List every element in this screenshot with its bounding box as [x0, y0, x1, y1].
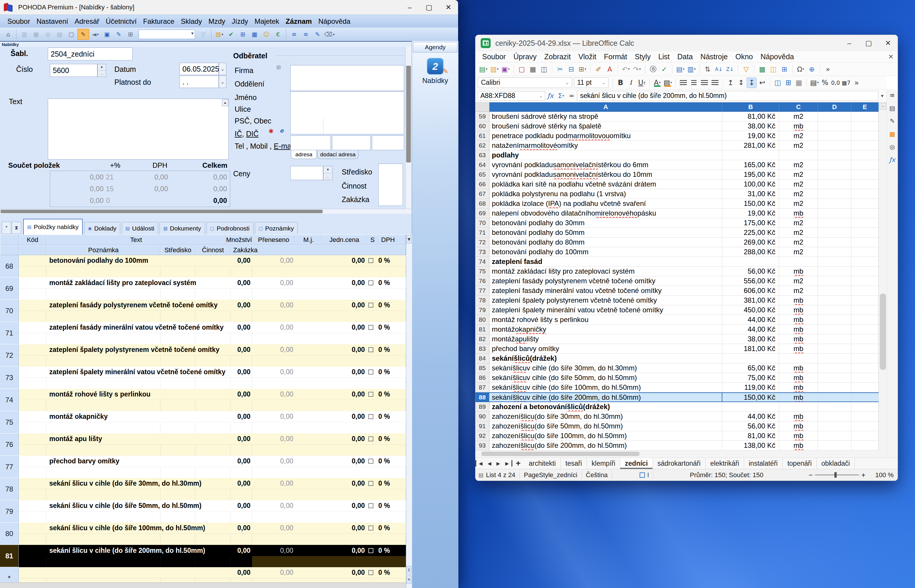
cell-b[interactable]: 450,00 Kč	[722, 305, 779, 315]
styles-deck-icon[interactable]: ✎	[890, 118, 895, 124]
minimize-icon[interactable]: –	[400, 0, 420, 15]
sort-icon[interactable]: ⇅	[702, 64, 713, 74]
cell-d[interactable]	[818, 296, 851, 305]
cell-e[interactable]	[851, 363, 879, 373]
dropdown-caret-icon[interactable]: ▾	[817, 81, 819, 84]
tab-dokumenty[interactable]: ▧Dokumenty	[160, 222, 205, 234]
cell-d[interactable]	[818, 334, 851, 344]
print-preview-icon[interactable]: ◎	[42, 29, 53, 40]
sheet-row[interactable]: 75montáž zakládací lišty pro zateplovací…	[475, 267, 879, 276]
autofilter-icon[interactable]: ▽	[741, 64, 751, 74]
cell-a[interactable]: natažení marmolitové omítky	[489, 141, 722, 150]
table-row[interactable]: 79sekání šlicu v cihle (do šíře 50mm, do…	[0, 500, 406, 523]
center-vertically-icon[interactable]: ↕	[736, 78, 746, 88]
sheet-tab-elektrik-i[interactable]: elektrikáři	[705, 458, 744, 469]
cell-a[interactable]: zahození šlicu (do šíře 50mm, do hl.50mm…	[489, 422, 722, 431]
align-center-icon[interactable]	[689, 78, 699, 88]
sheet-row[interactable]: 91zahození šlicu (do šíře 50mm, do hl.50…	[475, 422, 879, 431]
menu-item-adres[interactable]: Adresář	[71, 17, 102, 26]
cell-b[interactable]: 181,00 Kč	[722, 344, 779, 354]
grid-header-pozn-mka[interactable]: Poznámka	[46, 245, 160, 255]
menu-item-soubor[interactable]: Soubor	[4, 17, 33, 26]
spelling-icon[interactable]: ✓	[659, 64, 670, 74]
cell-c[interactable]: m2	[779, 228, 818, 237]
row-header[interactable]: 85	[475, 363, 489, 373]
cell-d[interactable]	[818, 179, 851, 189]
vscroll-thumb[interactable]	[880, 294, 886, 370]
insert-row-icon[interactable]: ▤▾	[675, 64, 686, 74]
sheet-row[interactable]: 85sekání šlicu v cihle (do šíře 30mm, do…	[475, 363, 879, 373]
sheet-row[interactable]: 77zateplení fasády minerální vatou včetn…	[475, 286, 879, 296]
cell-d[interactable]	[818, 257, 851, 267]
sheet-tab-zedn-ci[interactable]: zedníci	[620, 458, 653, 469]
cell-a[interactable]: betonování podlahy do 100mm	[489, 247, 722, 257]
partner-icon[interactable]: ☺	[261, 29, 272, 40]
cell-e[interactable]	[851, 296, 879, 305]
table-row[interactable]: 74montáž rohové lišty s perlinkou0,000,0…	[0, 389, 406, 411]
sidebar-settings-icon[interactable]: ≡	[890, 92, 895, 99]
align-left-icon[interactable]	[678, 78, 688, 88]
cell-d[interactable]	[818, 121, 851, 131]
cell-d[interactable]	[818, 305, 851, 315]
cell-e[interactable]	[851, 208, 879, 218]
cell-d[interactable]	[818, 247, 851, 257]
table-row[interactable]: 75montáž okapničky0,000,000,000 %	[0, 411, 406, 433]
minimize-icon[interactable]: –	[840, 35, 859, 51]
cell-b[interactable]: 31,00 Kč	[722, 189, 779, 199]
checkbox-icon[interactable]	[368, 525, 373, 530]
cell-a[interactable]: zateplení fasády polystyrenem včetně toč…	[489, 276, 722, 286]
cell-d[interactable]	[818, 393, 851, 402]
cell-c[interactable]: m2	[779, 276, 818, 286]
sheet-row[interactable]: 83přechod barvy omítky181,00 Kčmb	[475, 344, 879, 354]
copy-icon[interactable]: ⊟	[566, 64, 576, 74]
add-sheet-icon[interactable]: +	[512, 458, 524, 469]
row-header[interactable]: 79	[475, 305, 489, 315]
cell-c[interactable]	[779, 402, 818, 412]
sheet-row[interactable]: 69nalepení obvodového dilatačního mirelo…	[475, 208, 879, 218]
cell-a[interactable]: vyrovnání podkladu samonivelační stěrkou…	[489, 160, 722, 170]
cell-e[interactable]	[851, 286, 879, 296]
cell-a[interactable]: podlahy	[489, 150, 722, 160]
cell-b[interactable]: 119,00 Kč	[722, 383, 779, 393]
centre-activity-order-box[interactable]	[378, 164, 403, 206]
menu-item-j-zdy[interactable]: Jízdy	[228, 17, 251, 26]
cell-e[interactable]	[851, 276, 879, 286]
grid-header-text[interactable]: Text	[46, 234, 226, 245]
list-edit-icon[interactable]: ✎	[312, 29, 323, 40]
cell-b[interactable]: 165,00 Kč	[722, 160, 779, 170]
cell-e[interactable]	[851, 354, 879, 363]
table-row[interactable]: 72zateplení špalety polystyrenem včetně …	[0, 344, 406, 367]
sheet-tab-s-drokarton-i[interactable]: sádrokartonáři	[653, 458, 705, 469]
cell-b[interactable]: 44,00 Kč	[722, 315, 779, 325]
record-first-icon[interactable]: ▥	[19, 29, 30, 40]
cell-c[interactable]: mb	[779, 305, 818, 315]
properties-deck-icon[interactable]: ▤	[889, 105, 896, 112]
font-name-combo[interactable]: Calibri⌄	[478, 78, 572, 88]
maximize-icon[interactable]: ▢	[420, 0, 439, 15]
align-top-icon[interactable]: ↥	[726, 78, 736, 88]
dic-link[interactable]: DIČ	[246, 129, 259, 138]
cell-d[interactable]	[818, 412, 851, 422]
cell-b[interactable]: 44,00 Kč	[722, 412, 779, 422]
sheet-info[interactable]: List 4 z 24	[486, 471, 515, 479]
cell-b[interactable]: 288,00 Kč	[722, 247, 779, 257]
sheet-row[interactable]: 61penetrace podkladu pod marmolitovou om…	[475, 131, 879, 141]
sheet-row[interactable]: 90zahození šlicu (do šíře 30mm, do hl.30…	[475, 412, 879, 422]
tab-pozn-mky[interactable]: ▢Poznámky	[255, 222, 298, 234]
table-row[interactable]: 69montáž zakládací lišty pro zateplovací…	[0, 278, 406, 300]
cell-b[interactable]: 100,00 Kč	[722, 179, 779, 189]
find-replace-icon[interactable]: ⓐ	[648, 64, 658, 74]
cell-e[interactable]	[851, 325, 879, 334]
previous-sheet-icon[interactable]: ◀	[485, 460, 494, 467]
cell-b[interactable]: 381,00 Kč	[722, 296, 779, 305]
menu-item-list[interactable]: List	[655, 52, 674, 61]
form-vertical-scrollbar[interactable]	[405, 47, 412, 209]
menu-item-okno[interactable]: Okno	[731, 52, 757, 61]
cell-d[interactable]	[818, 422, 851, 431]
cell-b[interactable]: 606,00 Kč	[722, 286, 779, 296]
cell-b[interactable]: 19,00 Kč	[722, 208, 779, 218]
dropdown-caret-icon[interactable]: ▾	[584, 67, 586, 71]
language[interactable]: Čeština	[586, 471, 608, 479]
print-icon[interactable]: ▦	[528, 64, 538, 74]
cell-c[interactable]: mb	[779, 363, 818, 373]
